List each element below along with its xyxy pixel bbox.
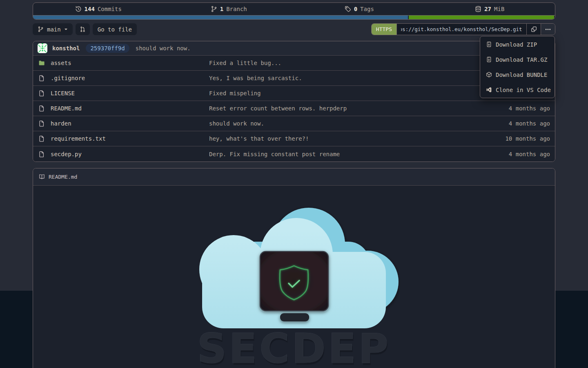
file-name-label: harden	[51, 120, 71, 127]
file-name[interactable]: LICENSE	[33, 90, 209, 96]
stat-label: Branch	[226, 6, 247, 12]
stat-value: 1	[220, 6, 223, 12]
menu-item-label: Download TAR.GZ	[496, 56, 547, 63]
stat-value: 0	[354, 6, 357, 12]
zip-file-icon	[486, 41, 492, 47]
clone-url-group: HTTPS	[371, 23, 555, 35]
stat-label: Commits	[98, 6, 122, 12]
file-row: .gitignoreYes, I was being sarcastic.	[33, 71, 555, 86]
monitor	[260, 251, 328, 321]
file-commit-message[interactable]: Fixed a little bug...	[209, 60, 486, 66]
file-name[interactable]: secdep.py	[33, 151, 209, 157]
language-bar[interactable]	[33, 16, 555, 19]
file-name-label: README.md	[51, 105, 82, 112]
compare-branches-button[interactable]	[76, 23, 90, 35]
file-row: assetsFixed a little bug...	[33, 56, 555, 71]
file-name-label: LICENSE	[51, 90, 75, 96]
commit-author[interactable]: konsthol	[52, 45, 80, 52]
file-row: hardenshould work now.4 months ago	[33, 116, 555, 131]
menu-item-label: Download ZIP	[496, 41, 537, 48]
readme-content: SECDEP SECDEP	[33, 186, 555, 368]
commit-sha-badge[interactable]: 259370ff9d	[86, 44, 129, 53]
file-age: 4 months ago	[486, 105, 555, 112]
stat-tags[interactable]: 0 Tags	[294, 3, 425, 15]
book-icon	[39, 174, 45, 180]
file-commit-message[interactable]: Fixed mispeling	[209, 90, 486, 96]
readme-header[interactable]: README.md	[33, 168, 555, 186]
file-icon	[38, 135, 45, 142]
menu-item-download-zip[interactable]: Download ZIP	[480, 37, 555, 52]
menu-item-clone-vscode[interactable]: Clone in VS Code	[480, 82, 555, 97]
clone-protocol-button[interactable]: HTTPS	[372, 24, 396, 35]
stat-size[interactable]: 27 MiB	[425, 3, 555, 15]
readme-panel: README.md	[33, 168, 555, 368]
file-row: LICENSEFixed mispeling	[33, 86, 555, 101]
tag-icon	[345, 6, 351, 12]
git-pull-request-icon	[80, 26, 86, 32]
file-name-label: assets	[51, 60, 71, 66]
file-row: requirements.txthey, what's that over th…	[33, 131, 555, 146]
stat-commits[interactable]: 144 Commits	[33, 3, 164, 15]
folder-icon	[38, 60, 45, 66]
commit-message[interactable]: should work now.	[136, 45, 191, 52]
stat-label: MiB	[494, 6, 504, 12]
file-name[interactable]: harden	[33, 120, 209, 127]
history-icon	[75, 6, 82, 12]
repo-stats-bar: 144 Commits 1 Branch 0	[33, 2, 555, 20]
file-rows: assetsFixed a little bug....gitignoreYes…	[33, 56, 555, 162]
package-icon	[486, 72, 492, 78]
file-commit-message[interactable]: hey, what's that over there?!	[209, 135, 486, 142]
file-icon	[38, 120, 45, 127]
file-commit-message[interactable]: should work now.	[209, 120, 486, 127]
stat-label: Tags	[360, 6, 374, 12]
stat-value: 27	[484, 6, 491, 12]
go-to-file-label: Go to file	[98, 26, 132, 33]
file-age: 4 months ago	[486, 151, 555, 157]
stat-branches[interactable]: 1 Branch	[164, 3, 294, 15]
ellipsis-icon	[545, 26, 551, 33]
file-age: 4 months ago	[486, 120, 555, 127]
file-name-label: .gitignore	[51, 75, 85, 81]
file-icon	[38, 105, 45, 112]
secdep-logo: SECDEP SECDEP	[188, 206, 400, 368]
git-branch-icon	[211, 6, 217, 12]
zip-file-icon	[486, 56, 492, 63]
more-actions-button[interactable]	[541, 24, 555, 35]
latest-commit-row: konsthol 259370ff9d should work now.	[33, 41, 555, 56]
menu-item-download-bundle[interactable]: Download BUNDLE	[480, 67, 555, 82]
avatar[interactable]	[38, 43, 47, 53]
branch-select-button[interactable]: main	[33, 23, 73, 35]
file-name[interactable]: README.md	[33, 105, 209, 112]
stat-value: 144	[85, 6, 95, 12]
file-icon	[38, 151, 45, 157]
file-commit-message[interactable]: Yes, I was being sarcastic.	[209, 75, 486, 81]
copy-icon	[531, 26, 537, 32]
file-commit-message[interactable]: Reset error count between rows. herpderp	[209, 105, 486, 112]
language-segment[interactable]	[33, 16, 408, 19]
language-segment[interactable]	[409, 16, 555, 19]
file-icon	[38, 90, 45, 96]
download-menu: Download ZIP Download TAR.GZ	[480, 36, 555, 98]
menu-item-download-targz[interactable]: Download TAR.GZ	[480, 52, 555, 67]
file-name[interactable]: .gitignore	[33, 75, 209, 81]
identicon-avatar-image	[38, 43, 47, 53]
repo-home-content: 144 Commits 1 Branch 0	[33, 2, 555, 368]
go-to-file-button[interactable]: Go to file	[93, 23, 137, 35]
file-age: 10 months ago	[486, 135, 555, 142]
logo-wordmark: SECDEP	[197, 325, 391, 368]
menu-item-label: Clone in VS Code	[496, 87, 551, 93]
file-name[interactable]: assets	[33, 60, 209, 66]
clone-url-input[interactable]	[396, 24, 526, 35]
file-name[interactable]: requirements.txt	[33, 135, 209, 142]
file-name-label: requirements.txt	[51, 135, 106, 142]
menu-item-label: Download BUNDLE	[496, 72, 547, 78]
file-icon	[38, 75, 45, 81]
copy-url-button[interactable]	[526, 24, 541, 35]
file-row: secdep.pyDerp. Fix missing constant post…	[33, 146, 555, 162]
git-branch-icon	[38, 26, 44, 32]
file-commit-message[interactable]: Derp. Fix missing constant post rename	[209, 151, 486, 157]
chevron-down-icon	[64, 28, 68, 31]
repo-toolbar: main Go to file HTTPS	[33, 23, 555, 35]
branch-name: main	[47, 26, 61, 33]
file-table: konsthol 259370ff9d should work now. ass…	[33, 41, 555, 162]
